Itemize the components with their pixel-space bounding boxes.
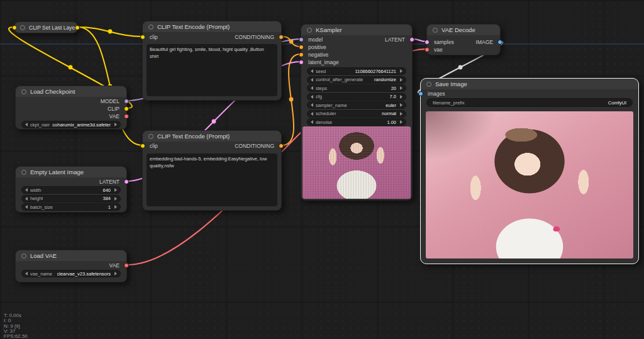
stepper-right-icon[interactable] — [400, 78, 402, 82]
node-titlebar[interactable]: Load Checkpoint — [16, 86, 126, 97]
slot-label-vae: VAE — [109, 262, 119, 269]
node-load-checkpoint[interactable]: Load Checkpoint MODEL CLIP VAE ckpt_name… — [15, 86, 127, 130]
node-titlebar[interactable]: CLIP Text Encode (Prompt) — [143, 21, 281, 32]
widget-denoise[interactable]: denoise 1.00 — [307, 118, 406, 126]
slot-model-output[interactable] — [124, 99, 129, 104]
prompt-textarea[interactable]: embedding:bad-hands-5, embedding:EasyNeg… — [147, 153, 277, 206]
stepper-right-icon[interactable] — [114, 123, 117, 126]
widget-label: width — [30, 187, 42, 193]
node-titlebar[interactable]: Load VAE — [16, 250, 126, 261]
stepper-right-icon[interactable] — [400, 69, 402, 73]
slot-negative-input[interactable] — [299, 52, 304, 57]
widget-batch-size[interactable]: batch_size 1 — [21, 203, 121, 211]
node-titlebar[interactable]: CLIP Set Last Layer — [14, 22, 77, 33]
slot-label-negative: negative — [308, 52, 328, 58]
node-ksampler[interactable]: KSampler model positive negative latent_… — [301, 24, 413, 201]
widget-control-after-generate[interactable]: control_after_generate randomize — [307, 76, 406, 84]
stepper-left-icon[interactable] — [311, 69, 313, 73]
widget-seed[interactable]: seed 1108660276641121 — [307, 67, 406, 75]
stepper-right-icon[interactable] — [114, 272, 117, 275]
collapse-toggle-icon[interactable] — [148, 25, 153, 30]
slot-clip-input[interactable] — [12, 25, 17, 30]
node-titlebar[interactable]: VAE Decode — [427, 25, 500, 35]
stepper-left-icon[interactable] — [311, 78, 313, 82]
node-save-image[interactable]: Save Image images filename_prefix ComfyU… — [420, 78, 639, 264]
slot-vae-output[interactable] — [124, 263, 129, 268]
widget-cfg[interactable]: cfg 7.0 — [307, 93, 406, 101]
slot-samples-input[interactable] — [425, 40, 430, 45]
slot-latent-image-input[interactable] — [299, 60, 304, 65]
collapse-toggle-icon[interactable] — [21, 89, 26, 94]
stepper-right-icon[interactable] — [114, 188, 117, 192]
widget-value: randomize — [374, 77, 396, 82]
slot-clip-input[interactable] — [140, 35, 145, 40]
node-clip-text-encode-negative[interactable]: CLIP Text Encode (Prompt) clip CONDITION… — [142, 130, 282, 211]
slot-latent-output[interactable] — [409, 37, 414, 42]
wire-negative-conditioning — [282, 54, 301, 145]
collapse-toggle-icon[interactable] — [21, 170, 26, 175]
slot-images-input[interactable] — [418, 91, 423, 96]
prompt-textarea[interactable]: Beautiful girl fighting, smile, blood, h… — [147, 44, 277, 96]
stepper-right-icon[interactable] — [400, 112, 402, 116]
collapse-toggle-icon[interactable] — [433, 28, 438, 33]
stepper-left-icon[interactable] — [25, 197, 28, 201]
slot-label-image: IMAGE — [476, 39, 493, 45]
widget-value: 384 — [103, 196, 111, 201]
stepper-left-icon[interactable] — [25, 205, 28, 209]
slot-conditioning-output[interactable] — [279, 143, 284, 148]
collapse-toggle-icon[interactable] — [426, 82, 431, 87]
slot-vae-input[interactable] — [425, 47, 430, 52]
node-vae-decode[interactable]: VAE Decode samples vae IMAGE — [426, 24, 501, 55]
stepper-right-icon[interactable] — [114, 197, 117, 201]
slot-model-input[interactable] — [299, 37, 304, 42]
widget-width[interactable]: width 640 — [21, 186, 121, 194]
stepper-right-icon[interactable] — [400, 95, 402, 99]
slot-clip-input[interactable] — [140, 143, 145, 148]
widget-sampler-name[interactable]: sampler_name euler — [307, 101, 406, 109]
stepper-right-icon[interactable] — [400, 86, 402, 90]
node-titlebar[interactable]: KSampler — [301, 25, 412, 35]
node-load-vae[interactable]: Load VAE VAE vae_name clearvae_v23.safet… — [15, 250, 127, 282]
widget-label: sampler_name — [316, 103, 347, 108]
stepper-left-icon[interactable] — [311, 103, 313, 107]
widget-height[interactable]: height 384 — [21, 195, 121, 203]
node-clip-set-last-layer[interactable]: CLIP Set Last Layer — [14, 21, 78, 33]
collapse-toggle-icon[interactable] — [148, 134, 153, 139]
node-titlebar[interactable]: CLIP Text Encode (Prompt) — [143, 131, 281, 142]
node-titlebar[interactable]: Save Image — [421, 79, 638, 89]
slot-image-output[interactable] — [497, 40, 502, 45]
node-clip-text-encode-positive[interactable]: CLIP Text Encode (Prompt) clip CONDITION… — [142, 21, 282, 101]
slot-label-latent-image: latent_image — [308, 59, 339, 65]
stepper-left-icon[interactable] — [25, 188, 28, 192]
stepper-left-icon[interactable] — [311, 112, 313, 116]
collapse-toggle-icon[interactable] — [307, 28, 312, 33]
node-titlebar[interactable]: Empty Latent Image — [16, 167, 126, 177]
slot-conditioning-output[interactable] — [279, 35, 284, 40]
stepper-right-icon[interactable] — [400, 120, 402, 124]
slot-positive-input[interactable] — [299, 45, 304, 50]
node-title: KSampler — [316, 26, 342, 33]
stepper-right-icon[interactable] — [400, 103, 402, 107]
stepper-left-icon[interactable] — [311, 95, 313, 99]
slot-latent-output[interactable] — [124, 179, 129, 184]
slot-vae-output[interactable] — [124, 114, 129, 119]
widget-vae-name[interactable]: vae_name clearvae_v23.safetensors — [21, 270, 121, 277]
slot-clip-output[interactable] — [124, 106, 129, 111]
slot-clip-output[interactable] — [75, 25, 80, 30]
widget-filename-prefix[interactable]: filename_prefix ComfyUI — [426, 98, 633, 107]
slot-label-conditioning: CONDITIONING — [235, 143, 274, 149]
stepper-right-icon[interactable] — [114, 205, 117, 209]
stepper-left-icon[interactable] — [25, 123, 28, 126]
widget-scheduler[interactable]: scheduler normal — [307, 110, 406, 118]
stepper-left-icon[interactable] — [311, 86, 313, 90]
graph-canvas[interactable]: CLIP Set Last Layer CLIP Text Encode (Pr… — [0, 0, 644, 339]
widget-steps[interactable]: steps 20 — [307, 84, 406, 92]
stepper-left-icon[interactable] — [25, 272, 28, 275]
collapse-toggle-icon[interactable] — [21, 253, 26, 258]
collapse-toggle-icon[interactable] — [20, 25, 25, 30]
node-empty-latent-image[interactable]: Empty Latent Image LATENT width 640 heig… — [15, 166, 127, 213]
node-title: Load Checkpoint — [30, 88, 75, 95]
widget-value: 1.00 — [387, 119, 396, 125]
stepper-left-icon[interactable] — [311, 120, 313, 124]
widget-ckpt-name[interactable]: ckpt_name coharumix_anime3d.safetensors — [21, 121, 121, 128]
